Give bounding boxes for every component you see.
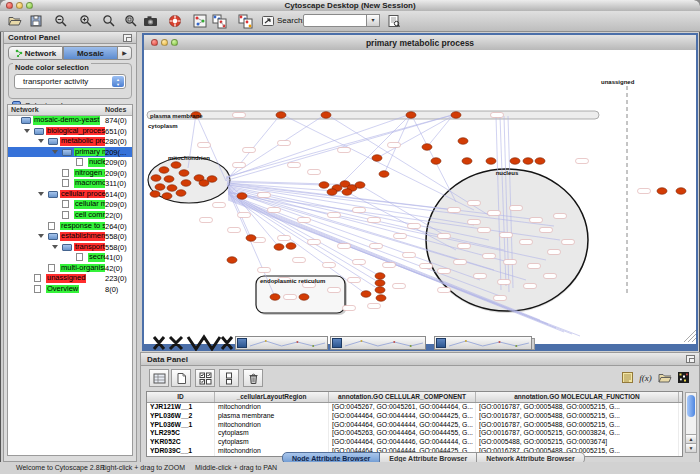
tree-row[interactable]: cell communicat22(0)	[8, 210, 132, 221]
graph-node[interactable]	[150, 191, 160, 198]
tree-row[interactable]: transport558(0)	[8, 242, 132, 253]
graph-node[interactable]	[162, 193, 172, 200]
network-view-window[interactable]: primary metabolic process plasma membran…	[142, 33, 698, 351]
tree-row[interactable]: establishment of lo558(0)	[8, 231, 132, 242]
tree-row[interactable]: response to stimulu264(0)	[8, 221, 132, 232]
graph-node[interactable]	[270, 294, 280, 301]
graph-node[interactable]	[342, 189, 352, 196]
graph-node[interactable]	[151, 175, 161, 182]
view-settings-button[interactable]	[259, 13, 277, 29]
import-attributes-icon[interactable]	[656, 370, 673, 385]
table-row[interactable]: YKR052Ccytoplasm[GO:0044464, GO:0044446,…	[147, 438, 682, 447]
graph-node[interactable]	[274, 244, 284, 251]
graph-node[interactable]	[179, 170, 189, 177]
graph-node[interactable]	[159, 167, 169, 174]
tree-expand-arrow-icon[interactable]	[38, 192, 44, 196]
graph-node[interactable]	[486, 158, 496, 165]
tree-row[interactable]: primary metabo209(...	[8, 147, 132, 158]
network-overlay-a-button[interactable]	[211, 13, 229, 29]
graph-node[interactable]	[375, 287, 385, 294]
tree-row[interactable]: Overview8(0)	[8, 284, 132, 295]
function-builder-icon[interactable]: f(x)	[637, 370, 654, 385]
graph-node[interactable]	[676, 188, 686, 195]
tree-expand-arrow-icon[interactable]	[24, 129, 30, 133]
network-canvas[interactable]: plasma membranecytoplasmmitochondrionnuc…	[144, 50, 696, 344]
graph-node[interactable]	[171, 162, 181, 169]
table-row[interactable]: YLR295Ccytoplasm[GO:0045263, GO:0044464,…	[147, 429, 682, 438]
tree-expand-arrow-icon[interactable]	[38, 234, 44, 238]
table-row[interactable]: YJR121W__1mitochondrion[GO:0045267, GO:0…	[147, 403, 682, 412]
table-column-header[interactable]: ID	[147, 392, 215, 402]
graph-node[interactable]	[319, 182, 329, 189]
graph-node[interactable]	[327, 189, 337, 196]
graph-node[interactable]	[286, 243, 296, 250]
delete-attribute-button[interactable]	[243, 369, 263, 387]
tab-scroll-arrow[interactable]: ▶	[118, 46, 132, 60]
scroll-up-icon[interactable]: ▲	[686, 434, 696, 443]
data-panel-float-icon[interactable]	[686, 355, 695, 363]
graph-node[interactable]	[361, 291, 371, 298]
resize-grip-icon[interactable]	[684, 330, 696, 342]
graph-node[interactable]	[375, 280, 385, 287]
network-window-titlebar[interactable]: primary metabolic process	[144, 35, 696, 51]
background-window-bar[interactable]	[330, 336, 426, 350]
graph-node[interactable]	[458, 138, 468, 145]
graph-node[interactable]	[451, 112, 461, 119]
graph-node[interactable]	[164, 176, 174, 183]
graph-node[interactable]	[207, 176, 217, 183]
graph-node[interactable]	[176, 190, 186, 197]
select-attributes-button[interactable]	[195, 369, 215, 387]
graph-node[interactable]	[355, 182, 365, 189]
graph-node[interactable]	[246, 235, 256, 242]
scrollbar-thumb[interactable]	[687, 395, 695, 417]
tree-row[interactable]: biological_process651(0)	[8, 126, 132, 137]
graph-node[interactable]	[431, 158, 441, 165]
graph-node[interactable]	[376, 295, 386, 302]
snapshot-camera-button[interactable]	[141, 13, 159, 29]
tree-row[interactable]: mosaic-demo-yeast874(0)	[8, 115, 132, 126]
graph-node[interactable]	[321, 112, 331, 119]
tree-expand-arrow-icon[interactable]	[38, 139, 44, 143]
table-row[interactable]: YPL036W__1mitochondrion[GO:0044464, GO:0…	[147, 421, 682, 430]
search-dropdown-arrow[interactable]: ▾	[366, 14, 380, 27]
open-session-button[interactable]	[6, 13, 24, 29]
tree-row[interactable]: unassigned223(0)	[8, 273, 132, 284]
graph-node[interactable]	[657, 188, 667, 195]
graph-node[interactable]	[227, 257, 237, 264]
advanced-search-button[interactable]	[385, 13, 403, 29]
table-column-header[interactable]: _cellularLayoutRegion	[215, 392, 329, 402]
graph-node[interactable]	[523, 158, 533, 165]
attribute-list-icon[interactable]	[619, 370, 636, 385]
create-attribute-button[interactable]	[171, 369, 191, 387]
network-canvas-svg[interactable]: plasma membranecytoplasmmitochondrionnuc…	[144, 50, 696, 344]
float-panel-icon[interactable]	[123, 34, 132, 42]
scroll-down-icon[interactable]: ▼	[686, 443, 696, 452]
zoom-in-button[interactable]	[77, 13, 95, 29]
graph-node[interactable]	[155, 184, 165, 191]
table-column-header[interactable]: annotation.GO MOLECULAR_FUNCTION	[476, 392, 679, 402]
tree-row[interactable]: metabolic process280(0)	[8, 136, 132, 147]
tree-row[interactable]: cellular process614(0)	[8, 189, 132, 200]
tree-expand-arrow-icon[interactable]	[52, 245, 58, 249]
table-scrollbar[interactable]: ▲ ▼	[685, 392, 697, 453]
tab-network[interactable]: Network	[8, 46, 63, 60]
unselect-attributes-button[interactable]	[219, 369, 239, 387]
attribute-table-header[interactable]: ID_cellularLayoutRegionannotation.GO CEL…	[147, 392, 682, 403]
background-window-bar[interactable]	[235, 336, 328, 350]
graph-node[interactable]	[372, 155, 382, 162]
tree-row[interactable]: cellular metabo209(0)	[8, 199, 132, 210]
tab-mosaic[interactable]: Mosaic	[63, 46, 118, 60]
network-overlay-b-button[interactable]	[237, 13, 255, 29]
graph-node[interactable]	[276, 112, 286, 119]
graph-node[interactable]	[422, 144, 432, 151]
background-window-bar[interactable]	[434, 336, 532, 350]
tree-row[interactable]: secretion41(0)	[8, 252, 132, 263]
zoom-out-button[interactable]	[52, 13, 70, 29]
graph-node[interactable]	[237, 193, 247, 200]
search-input[interactable]	[303, 14, 367, 27]
tree-expand-arrow-icon[interactable]	[52, 150, 58, 154]
graph-node[interactable]	[167, 185, 177, 192]
graph-node[interactable]	[406, 112, 416, 119]
help-lifering-button[interactable]	[166, 13, 184, 29]
graph-node[interactable]	[181, 180, 191, 187]
